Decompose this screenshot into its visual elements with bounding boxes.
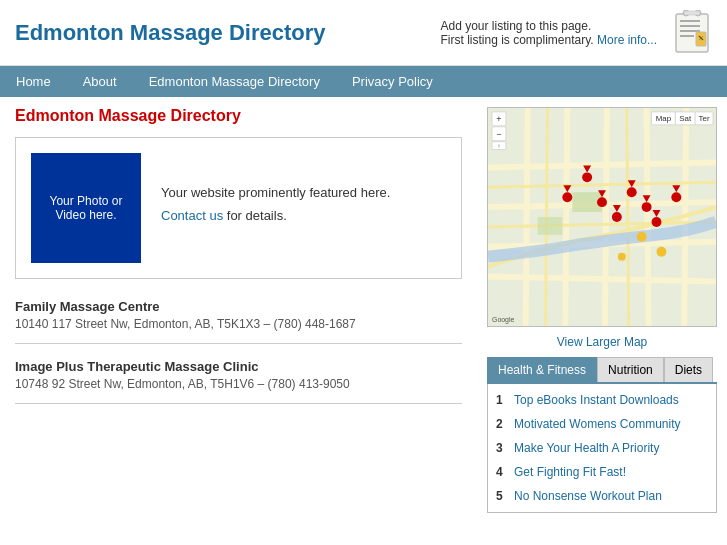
site-title: Edmonton Massage Directory [15,20,326,46]
notepad-icon [672,10,712,55]
listing-2-name: Image Plus Therapeutic Massage Clinic [15,359,462,374]
tab-health-fitness[interactable]: Health & Fitness [487,357,597,382]
page-header: Edmonton Massage Directory Add your list… [0,0,727,66]
tab-diets[interactable]: Diets [664,357,713,382]
svg-point-39 [562,192,572,202]
map-container: + − ↑ Map Sat Ter Google [487,107,717,327]
listing-2-address: 10748 92 Street Nw, Edmonton, AB, T5H1V6… [15,377,462,391]
main-content: Edmonton Massage Directory Your Photo or… [0,97,727,523]
tagline-line1: Add your listing to this page. [440,19,591,33]
sidebar-list: 1 Top eBooks Instant Downloads 2 Motivat… [487,384,717,513]
more-info-link[interactable]: More info... [597,33,657,47]
list-item-3-link[interactable]: Make Your Health A Priority [514,441,659,455]
listing-1: Family Massage Centre 10140 117 Street N… [15,299,462,344]
svg-point-37 [597,197,607,207]
list-item-5-link[interactable]: No Nonsense Workout Plan [514,489,662,503]
svg-text:Map: Map [656,114,672,123]
svg-text:−: − [496,129,501,139]
svg-rect-10 [684,11,700,15]
nav-home[interactable]: Home [0,66,67,97]
nav-about[interactable]: About [67,66,133,97]
svg-point-29 [627,187,637,197]
list-item-2-num: 2 [496,417,508,431]
list-item-4-num: 4 [496,465,508,479]
listing-1-address: 10140 117 Street Nw, Edmonton, AB, T5K1X… [15,317,462,331]
list-item-3: 3 Make Your Health A Priority [488,436,716,460]
svg-point-43 [637,232,647,242]
svg-point-27 [582,172,592,182]
nav-privacy[interactable]: Privacy Policy [336,66,449,97]
header-right: Add your listing to this page. First lis… [440,10,712,55]
svg-line-19 [647,108,649,326]
sidebar-tabs: Health & Fitness Nutrition Diets [487,357,717,384]
featured-contact-line: Contact us for details. [161,208,390,223]
svg-point-45 [618,253,626,261]
list-item-5-num: 5 [496,489,508,503]
svg-point-41 [671,192,681,202]
tab-nutrition[interactable]: Nutrition [597,357,664,382]
list-item-2-link[interactable]: Motivated Womens Community [514,417,681,431]
list-item-5: 5 No Nonsense Workout Plan [488,484,716,508]
featured-desc-text: Your website prominently featured here. [161,185,390,200]
photo-text: Your Photo orVideo here. [50,194,123,222]
svg-line-17 [565,108,567,326]
svg-rect-26 [538,217,563,235]
svg-rect-2 [680,25,700,27]
header-tagline: Add your listing to this page. First lis… [440,19,657,47]
sidebar: + − ↑ Map Sat Ter Google View Larger M [477,97,727,523]
list-item-3-num: 3 [496,441,508,455]
view-larger-map-link[interactable]: View Larger Map [487,335,717,349]
svg-point-31 [642,202,652,212]
nav-directory[interactable]: Edmonton Massage Directory [133,66,336,97]
svg-rect-1 [680,20,700,22]
svg-text:Ter: Ter [699,114,710,123]
svg-text:Sat: Sat [679,114,692,123]
map-image: + − ↑ Map Sat Ter Google [487,107,717,327]
svg-text:↑: ↑ [497,143,500,149]
listing-1-name: Family Massage Centre [15,299,462,314]
content-area: Edmonton Massage Directory Your Photo or… [0,97,477,523]
listing-2: Image Plus Therapeutic Massage Clinic 10… [15,359,462,404]
svg-point-33 [612,212,622,222]
main-nav: Home About Edmonton Massage Directory Pr… [0,66,727,97]
list-item-1: 1 Top eBooks Instant Downloads [488,388,716,412]
list-item-1-link[interactable]: Top eBooks Instant Downloads [514,393,679,407]
svg-point-44 [657,247,667,257]
page-title: Edmonton Massage Directory [15,107,462,125]
svg-line-24 [627,108,629,326]
svg-line-16 [526,108,528,326]
list-item-4: 4 Get Fighting Fit Fast! [488,460,716,484]
svg-text:+: + [496,114,501,124]
list-item-1-num: 1 [496,393,508,407]
tagline-line2: First listing is complimentary. [440,33,593,47]
photo-placeholder: Your Photo orVideo here. [31,153,141,263]
svg-line-18 [605,108,607,326]
svg-text:Google: Google [492,316,514,324]
featured-description: Your website prominently featured here. … [161,185,390,231]
contact-link[interactable]: Contact us [161,208,223,223]
featured-box: Your Photo orVideo here. Your website pr… [15,137,462,279]
list-item-4-link[interactable]: Get Fighting Fit Fast! [514,465,626,479]
svg-point-35 [652,217,662,227]
list-item-2: 2 Motivated Womens Community [488,412,716,436]
svg-rect-4 [680,35,694,37]
contact-suffix: for details. [227,208,287,223]
